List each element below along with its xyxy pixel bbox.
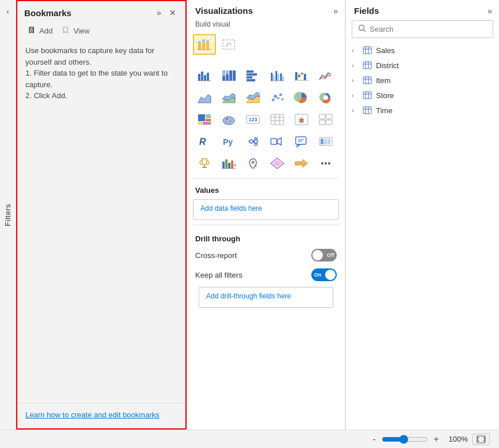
learn-link[interactable]: Learn how to create and edit bookmarks — [25, 410, 159, 419]
svg-rect-8 — [206, 40, 209, 43]
viz-numeric-card[interactable]: 123 — [241, 109, 265, 130]
chevron-store: › — [352, 92, 359, 99]
bookmarks-close-button[interactable]: ✕ — [167, 7, 178, 18]
viz-line-area[interactable] — [314, 65, 337, 86]
svg-rect-53 — [198, 122, 202, 125]
filter-arrow-icon: ‹ — [6, 7, 9, 16]
field-item-store[interactable]: › Store — [346, 88, 499, 103]
zoom-slider[interactable] — [382, 435, 428, 444]
keep-filters-label: Keep all filters — [195, 271, 243, 279]
viz-diamond[interactable] — [266, 153, 289, 174]
viz-more-options[interactable] — [314, 153, 337, 174]
viz-bar-chart-special[interactable] — [217, 153, 240, 174]
values-drop-area[interactable]: Add data fields here — [193, 199, 339, 220]
field-item-sales[interactable]: › Sales — [346, 43, 499, 58]
field-item-item[interactable]: › Item — [346, 73, 499, 88]
viz-table[interactable] — [266, 109, 289, 130]
viz-arrow-flow[interactable] — [290, 153, 313, 174]
zoom-percent: 100% — [445, 435, 468, 443]
viz-waterfall[interactable] — [290, 65, 313, 86]
viz-camera[interactable] — [266, 131, 289, 152]
viz-treemap[interactable] — [193, 109, 216, 130]
bookmarks-header-icons: » ✕ — [154, 7, 178, 18]
search-input[interactable] — [370, 25, 487, 33]
filters-label[interactable]: Filters — [1, 199, 14, 231]
svg-rect-35 — [298, 74, 300, 77]
viz-page-nav[interactable] — [314, 131, 337, 152]
svg-rect-29 — [275, 71, 277, 81]
svg-rect-27 — [271, 73, 273, 81]
cross-report-toggle[interactable]: Off — [311, 249, 337, 262]
viz-r-script[interactable]: R — [193, 131, 216, 152]
bookmark-view-button[interactable]: View — [58, 24, 93, 37]
viz-area-stacked[interactable] — [217, 87, 240, 108]
svg-point-47 — [280, 94, 282, 96]
svg-point-44 — [272, 99, 275, 102]
keep-filters-toggle[interactable]: On — [311, 268, 337, 281]
viz-header: Visualizations » — [187, 0, 345, 18]
field-item-district[interactable]: › District — [346, 58, 499, 73]
viz-stacked-bar[interactable] — [193, 34, 216, 55]
svg-rect-89 — [321, 139, 323, 144]
svg-rect-91 — [327, 139, 330, 144]
svg-point-107 — [325, 162, 327, 165]
svg-rect-18 — [229, 70, 232, 81]
field-name-item: Item — [376, 76, 390, 85]
viz-bar-stacked-100[interactable] — [217, 65, 240, 86]
svg-rect-69 — [319, 114, 325, 119]
keep-filters-row: Keep all filters On — [193, 265, 339, 285]
viz-key-influencers[interactable] — [241, 131, 265, 152]
chevron-sales: › — [352, 47, 359, 54]
bookmark-add-button[interactable]: Add — [24, 24, 56, 37]
filters-sidebar[interactable]: ‹ Filters — [0, 0, 16, 430]
viz-speech-bubble[interactable] — [290, 131, 313, 152]
field-name-district: District — [376, 61, 399, 70]
viz-scatter[interactable] — [266, 87, 289, 108]
viz-matrix-table[interactable] — [314, 109, 337, 130]
svg-rect-22 — [247, 70, 254, 73]
viz-bar-horizontal[interactable] — [241, 65, 265, 86]
field-item-time[interactable]: › Time — [346, 103, 499, 118]
zoom-minus-button[interactable]: - — [370, 434, 378, 445]
svg-rect-52 — [206, 119, 211, 121]
viz-donut[interactable] — [314, 87, 337, 108]
svg-point-100 — [252, 161, 255, 164]
svg-marker-85 — [297, 144, 300, 147]
svg-rect-94 — [222, 162, 225, 169]
zoom-plus-button[interactable]: + — [431, 434, 441, 445]
svg-marker-83 — [277, 138, 281, 145]
svg-rect-12 — [201, 72, 203, 81]
viz-pie[interactable] — [290, 87, 313, 108]
visualizations-panel: Visualizations » Build visual — [187, 0, 345, 430]
viz-area-chart[interactable] — [193, 87, 216, 108]
svg-rect-90 — [324, 139, 327, 144]
svg-point-76 — [250, 140, 253, 143]
drill-drop-area[interactable]: Add drill-through fields here — [199, 287, 333, 308]
viz-arrow-sep — [193, 56, 216, 64]
viz-kpi-triangle[interactable] — [290, 109, 313, 130]
fields-expand-icon[interactable]: » — [487, 6, 492, 16]
fields-search-box[interactable] — [352, 20, 493, 38]
viz-trophy[interactable] — [193, 153, 216, 174]
svg-marker-105 — [295, 159, 308, 167]
viz-location-map[interactable] — [241, 153, 265, 174]
viz-map[interactable] — [217, 109, 240, 130]
svg-text:123: 123 — [248, 117, 257, 122]
svg-rect-4 — [198, 41, 201, 44]
bookmarks-expand-button[interactable]: » — [154, 7, 163, 18]
svg-rect-25 — [247, 79, 255, 81]
svg-rect-82 — [271, 139, 277, 144]
viz-blank[interactable] — [217, 34, 240, 55]
svg-point-46 — [277, 97, 280, 99]
viz-expand-icon[interactable]: » — [333, 6, 338, 16]
viz-bar-clustered2[interactable] — [266, 65, 289, 86]
viz-bar-clustered[interactable] — [193, 65, 216, 86]
viz-python[interactable]: Py — [217, 131, 240, 152]
fields-header: Fields » — [346, 0, 499, 18]
toggle-knob-on — [325, 270, 336, 280]
viz-area-100[interactable] — [241, 87, 265, 108]
svg-rect-24 — [247, 76, 252, 79]
close-icon: ✕ — [169, 8, 176, 17]
fit-page-button[interactable] — [472, 434, 490, 445]
svg-rect-10 — [223, 40, 234, 49]
